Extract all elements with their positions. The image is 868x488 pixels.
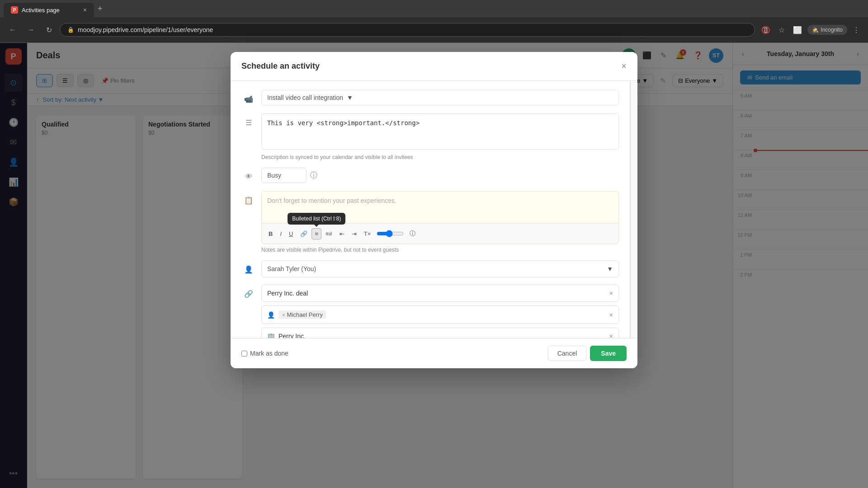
- org-name: Perry Inc.: [278, 333, 306, 338]
- tab-close-button[interactable]: ×: [83, 6, 87, 14]
- description-input[interactable]: This is very <strong>important.</strong>: [261, 113, 619, 150]
- schedule-activity-modal: Schedule an activity × 📹 Install video c…: [231, 52, 637, 368]
- person-name: Michael Perry: [287, 311, 322, 318]
- modal-footer: Mark as done Cancel Save: [231, 338, 637, 368]
- browser-nav: ← → ↻ 🔒 moodjoy.pipedrive.com/pipeline/1…: [0, 17, 868, 43]
- notes-icon: 📋: [241, 193, 256, 207]
- linked-deal-field[interactable]: Perry Inc. deal ×: [261, 285, 619, 302]
- lock-icon: 🔒: [67, 27, 74, 33]
- nav-actions: 📵 ☆ ⬜ 🕵 Incognito ⋮: [759, 23, 863, 37]
- toolbar-info-button[interactable]: ⓘ: [406, 227, 419, 240]
- forward-button[interactable]: →: [24, 23, 38, 37]
- modal-left: 📹 Install video call integration ▼ ☰ Thi…: [231, 81, 630, 338]
- description-hint: Description is synced to your calendar a…: [261, 154, 619, 160]
- underline-button[interactable]: U: [286, 228, 296, 239]
- italic-button[interactable]: I: [277, 228, 285, 239]
- tooltip-text: Bulleted list (Ctrl⇧8): [292, 216, 341, 222]
- guest-arrow: ▼: [607, 265, 613, 272]
- guest-select[interactable]: Sarah Tyler (You) ▼: [261, 260, 619, 277]
- incognito-icon: 🕵: [812, 27, 819, 33]
- text-size-slider[interactable]: [377, 230, 404, 237]
- tab-favicon: P: [11, 6, 18, 14]
- busy-icon: 👁: [241, 169, 256, 184]
- reload-button[interactable]: ↻: [42, 23, 56, 37]
- tab-title: Activities page: [22, 7, 60, 14]
- incognito-badge: 🕵 Incognito: [807, 25, 847, 35]
- clear-org-button[interactable]: ×: [609, 333, 613, 338]
- link-icon: 🔗: [241, 286, 256, 301]
- bulleted-list-button[interactable]: ≡: [311, 228, 321, 239]
- modal-close-button[interactable]: ×: [621, 61, 627, 71]
- video-call-label: Install video call integration: [267, 94, 343, 101]
- numbered-list-button[interactable]: ≡#: [322, 228, 335, 239]
- modal-body: 📹 Install video call integration ▼ ☰ Thi…: [231, 81, 637, 338]
- star-icon[interactable]: ☆: [776, 23, 788, 37]
- description-content: This is very <strong>important.</strong>…: [261, 113, 619, 160]
- person-field-inner: 👤 × Michael Perry: [267, 310, 609, 319]
- video-call-icon: 📹: [241, 92, 256, 106]
- busy-select[interactable]: Busy Free: [261, 168, 307, 183]
- bulleted-list-tooltip: Bulleted list (Ctrl⇧8): [288, 213, 345, 225]
- guest-icon: 👤: [241, 262, 256, 277]
- linked-person-field[interactable]: 👤 × Michael Perry ×: [261, 305, 619, 324]
- clear-deal-button[interactable]: ×: [609, 290, 613, 297]
- notes-placeholder: Don't forget to mention your past experi…: [267, 197, 396, 204]
- description-row: ☰ This is very <strong>important.</stron…: [241, 113, 619, 160]
- video-call-row: 📹 Install video call integration ▼: [241, 90, 619, 106]
- guest-row: 👤 Sarah Tyler (You) ▼: [241, 260, 619, 277]
- busy-info-icon[interactable]: ⓘ: [310, 171, 317, 180]
- browser-chrome: P Activities page × + ← → ↻ 🔒 moodjoy.pi…: [0, 0, 868, 43]
- camera-off-icon[interactable]: 📵: [759, 23, 773, 37]
- browser-tabs: P Activities page × +: [0, 0, 868, 17]
- linked-deal-row: 🔗 Perry Inc. deal × 👤 × Michael Perr: [241, 285, 619, 338]
- mark-done-checkbox[interactable]: [241, 351, 247, 357]
- person-icon: 👤: [267, 311, 275, 319]
- outdent-button[interactable]: ⇤: [336, 228, 348, 239]
- linked-org-field[interactable]: 🏢 Perry Inc. ×: [261, 328, 619, 338]
- org-field-inner: 🏢 Perry Inc.: [267, 333, 609, 338]
- notes-content: Don't forget to mention your past experi…: [261, 191, 619, 253]
- bulleted-list-wrap: ≡ Bulleted list (Ctrl⇧8): [311, 228, 321, 239]
- extension-icon[interactable]: ⬜: [790, 23, 805, 37]
- mark-done-label: Mark as done: [250, 350, 288, 357]
- incognito-label: Incognito: [821, 27, 843, 33]
- active-tab[interactable]: P Activities page ×: [4, 3, 94, 17]
- video-call-select[interactable]: Install video call integration ▼: [261, 90, 619, 105]
- clear-format-button[interactable]: T×: [361, 228, 374, 239]
- url-text: moodjoy.pipedrive.com/pipeline/1/user/ev…: [78, 26, 213, 33]
- linked-deal-label: Perry Inc. deal: [267, 290, 308, 297]
- person-remove-icon[interactable]: ×: [282, 312, 285, 318]
- modal-title: Schedule an activity: [241, 61, 320, 71]
- busy-row: 👁 Busy Free ⓘ: [241, 168, 619, 184]
- bold-button[interactable]: B: [265, 228, 276, 239]
- notes-row: 📋 Don't forget to mention your past expe…: [241, 191, 619, 253]
- org-icon: 🏢: [267, 333, 275, 338]
- save-button[interactable]: Save: [590, 346, 627, 361]
- person-tag: × Michael Perry: [278, 310, 326, 319]
- linked-content: Perry Inc. deal × 👤 × Michael Perry: [261, 285, 619, 338]
- footer-actions: Cancel Save: [548, 346, 627, 361]
- busy-content: Busy Free ⓘ: [261, 168, 619, 183]
- mark-done-wrapper: Mark as done: [241, 350, 288, 357]
- video-call-content: Install video call integration ▼: [261, 90, 619, 105]
- modal-overlay: Schedule an activity × 📹 Install video c…: [0, 43, 868, 488]
- menu-button[interactable]: ⋮: [850, 23, 863, 37]
- clear-person-button[interactable]: ×: [609, 311, 613, 319]
- modal-scrollbar[interactable]: [630, 81, 637, 338]
- modal-header: Schedule an activity ×: [231, 52, 637, 81]
- text-toolbar: B I U 🔗 ≡ Bulleted list (Ctrl⇧8): [262, 223, 618, 244]
- new-tab-button[interactable]: +: [94, 2, 106, 15]
- description-icon: ☰: [241, 115, 256, 130]
- guest-label: Sarah Tyler (You): [267, 265, 316, 272]
- video-call-arrow: ▼: [347, 94, 353, 101]
- address-bar[interactable]: 🔒 moodjoy.pipedrive.com/pipeline/1/user/…: [60, 23, 755, 37]
- notes-hint: Notes are visible within Pipedrive, but …: [261, 247, 619, 253]
- cancel-button[interactable]: Cancel: [548, 346, 587, 361]
- guest-content: Sarah Tyler (You) ▼: [261, 260, 619, 277]
- back-button[interactable]: ←: [5, 23, 20, 37]
- link-button[interactable]: 🔗: [297, 228, 311, 239]
- indent-button[interactable]: ⇥: [349, 228, 360, 239]
